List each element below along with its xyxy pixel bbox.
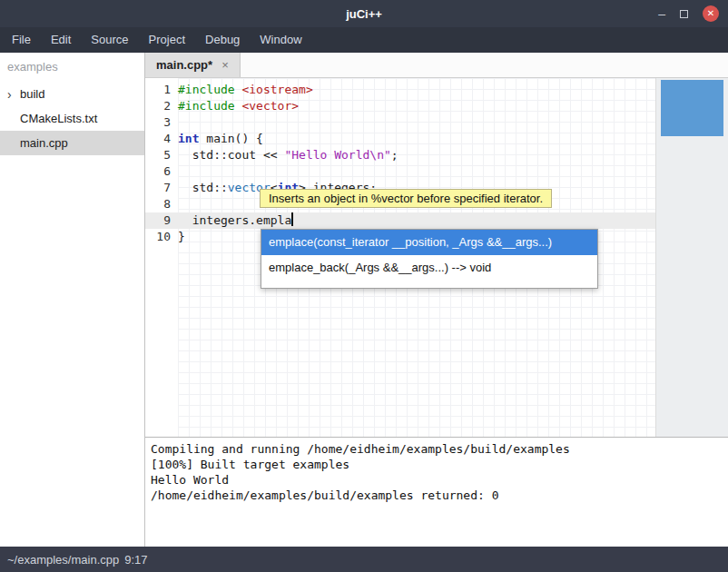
code-token: "Hello World\n" (284, 148, 390, 162)
menu-item-window[interactable]: Window (250, 27, 311, 53)
sidebar-item-main-cpp[interactable]: main.cpp (0, 131, 144, 155)
line-number: 5 (145, 147, 171, 163)
sidebar-item-label: build (20, 87, 44, 101)
code-token: #include (178, 83, 235, 96)
tab-main-cpp[interactable]: main.cpp* × (145, 53, 241, 77)
line-content: int main() { (178, 131, 263, 147)
file-tree: ›buildCMakeLists.txtmain.cpp (0, 82, 144, 155)
code-editor[interactable]: 1#include <iostream>2#include <vector>34… (145, 78, 728, 438)
minimize-button[interactable]: – (658, 7, 665, 20)
output-panel[interactable]: Compiling and running /home/eidheim/exam… (145, 438, 728, 547)
menubar: FileEditSourceProjectDebugWindow (0, 27, 728, 53)
menu-item-debug[interactable]: Debug (195, 27, 250, 53)
code-token: <vector> (241, 99, 299, 113)
code-token: <iostream> (241, 83, 312, 96)
output-line: /home/eidheim/examples/build/examples re… (151, 488, 723, 503)
window-title: juCi++ (0, 7, 728, 21)
titlebar[interactable]: juCi++ – ✕ (0, 0, 728, 27)
line-number: 7 (145, 180, 171, 196)
line-number: 4 (145, 131, 171, 147)
sidebar-item-label: main.cpp (20, 136, 68, 150)
code-token: std:: (178, 181, 228, 194)
code-line[interactable]: 2#include <vector> (145, 98, 655, 114)
code-token: integers.empla (178, 213, 291, 227)
sidebar-item-cmakelists-txt[interactable]: CMakeLists.txt (0, 106, 144, 131)
line-content: std::cout << "Hello World\n"; (178, 147, 398, 163)
code-token: ; (391, 148, 398, 162)
code-line[interactable]: 5 std::cout << "Hello World\n"; (145, 147, 655, 163)
chevron-right-icon: › (7, 88, 20, 101)
editor-column: main.cpp* × 1#include <iostream>2#includ… (145, 53, 728, 547)
tabbar: main.cpp* × (145, 53, 728, 78)
code-line[interactable]: 6 (145, 163, 655, 180)
menu-item-project[interactable]: Project (139, 27, 195, 53)
main-area: examples ›buildCMakeLists.txtmain.cpp ma… (0, 53, 728, 547)
line-number: 2 (145, 98, 171, 114)
close-button[interactable]: ✕ (703, 5, 719, 22)
line-content: } (178, 229, 185, 245)
statusbar-file-path: ~/examples/main.cpp (7, 553, 119, 567)
line-number: 3 (145, 114, 171, 131)
code-token: } (178, 230, 185, 243)
line-number: 8 (145, 196, 171, 212)
app-window: juCi++ – ✕ FileEditSourceProjectDebugWin… (0, 0, 728, 572)
line-content: #include <vector> (178, 98, 299, 114)
maximize-button[interactable] (680, 7, 688, 20)
code-line[interactable]: 3 (145, 114, 655, 131)
code-line[interactable]: 4int main() { (145, 131, 655, 147)
line-number: 1 (145, 82, 171, 98)
completion-popup[interactable]: emplace(const_iterator __position, _Args… (261, 229, 598, 289)
sidebar-item-label: CMakeLists.txt (20, 112, 97, 125)
statusbar: ~/examples/main.cpp 9:17 (0, 547, 728, 572)
scrollbar-thumb[interactable] (661, 80, 723, 136)
line-content: #include <iostream> (178, 82, 313, 98)
completion-item[interactable]: emplace(const_iterator __position, _Args… (261, 230, 597, 255)
scrollbar-track[interactable] (655, 78, 728, 437)
line-content: integers.empla (178, 212, 293, 229)
line-number: 10 (145, 229, 171, 245)
tab-label: main.cpp* (156, 58, 212, 72)
code-line[interactable]: 9 integers.empla (145, 212, 655, 229)
code-token: main() { (199, 132, 262, 145)
statusbar-cursor-position: 9:17 (124, 553, 147, 567)
sidebar-item-build[interactable]: ›build (0, 82, 144, 106)
menu-item-file[interactable]: File (2, 27, 41, 53)
text-cursor (291, 212, 293, 226)
output-line: [100%] Built target examples (151, 457, 723, 472)
line-number: 6 (145, 163, 171, 180)
sidebar-header: examples (0, 53, 144, 82)
menu-item-edit[interactable]: Edit (41, 27, 81, 53)
line-number: 9 (145, 212, 171, 229)
code-token: int (178, 132, 199, 145)
maximize-icon (680, 10, 688, 18)
code-token: #include (178, 99, 235, 113)
code-lines: 1#include <iostream>2#include <vector>34… (145, 82, 655, 245)
code-line[interactable]: 1#include <iostream> (145, 82, 655, 98)
output-line: Hello World (151, 472, 723, 488)
code-token: std::cout << (178, 148, 284, 162)
file-browser-sidebar: examples ›buildCMakeLists.txtmain.cpp (0, 53, 145, 547)
completion-item[interactable]: emplace_back(_Args &&__args...) --> void (261, 255, 597, 281)
tab-close-icon[interactable]: × (221, 58, 229, 72)
window-controls: – ✕ (658, 0, 719, 27)
output-line: Compiling and running /home/eidheim/exam… (151, 441, 723, 457)
doc-tooltip: Inserts an object in %vector before spec… (260, 189, 552, 208)
menu-item-source[interactable]: Source (81, 27, 138, 53)
